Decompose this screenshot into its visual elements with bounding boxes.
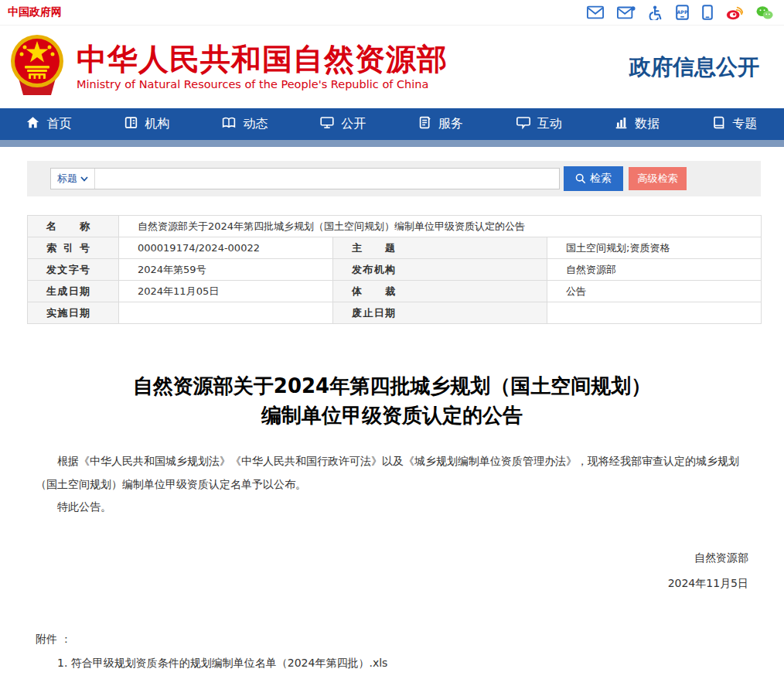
- ministry-logo[interactable]: 中华人民共和国自然资源部 Ministry of Natural Resourc…: [8, 33, 448, 101]
- search-button-label: 检索: [590, 172, 612, 186]
- table-row: 索引号 000019174/2024-00022 主题 国土空间规划;资质资格: [28, 237, 762, 259]
- advanced-search-button[interactable]: 高级检索: [629, 167, 687, 190]
- meta-label-repeal-date: 废止日期: [333, 302, 547, 324]
- search-field-label: 标题: [57, 172, 77, 186]
- meta-label-subject: 主题: [333, 237, 547, 259]
- meta-value-name: 自然资源部关于2024年第四批城乡规划（国土空间规划）编制单位甲级资质认定的公告: [119, 216, 762, 237]
- nav-accent-strip: [0, 140, 784, 147]
- nav-label: 动态: [243, 116, 268, 132]
- nav-label: 互动: [537, 116, 562, 132]
- national-emblem-icon: [8, 33, 66, 101]
- article-paragraph: 根据《中华人民共和国城乡规划法》《中华人民共和国行政许可法》以及《城乡规划编制单…: [36, 450, 748, 496]
- chevron-down-icon: [80, 176, 88, 182]
- topics-icon: [713, 116, 725, 132]
- article-title: 自然资源部关于2024年第四批城乡规划（国土空间规划）编制单位甲级资质认定的公告: [125, 372, 659, 430]
- meta-value-genre: 公告: [547, 281, 762, 302]
- interaction-icon: [516, 116, 530, 132]
- meta-label-name: 名称: [28, 216, 119, 237]
- meta-value-create-date: 2024年11月05日: [119, 281, 333, 302]
- ministry-name-cn: 中华人民共和国自然资源部: [77, 43, 448, 77]
- meta-label-impl-date: 实施日期: [28, 302, 119, 324]
- organization-icon: [124, 116, 138, 132]
- table-row: 发文字号 2024年第59号 发布机构 自然资源部: [28, 259, 762, 281]
- info-disclosure-title[interactable]: 政府信息公开: [629, 53, 759, 82]
- signature-date: 2024年11月5日: [36, 577, 748, 591]
- meta-label-index: 索引号: [28, 237, 119, 259]
- nav-item-data[interactable]: 数据: [588, 108, 687, 140]
- nav-item-home[interactable]: 首页: [0, 108, 98, 140]
- services-icon: [419, 116, 431, 132]
- site-header: 中华人民共和国自然资源部 Ministry of Natural Resourc…: [0, 26, 784, 108]
- search-bar: 标题 检索 高级检索: [27, 161, 761, 196]
- meta-label-genre: 体裁: [333, 281, 547, 302]
- accessibility-icon[interactable]: [649, 5, 663, 20]
- nav-label: 首页: [46, 116, 71, 132]
- nav-label: 数据: [635, 116, 660, 132]
- nav-label: 公开: [341, 116, 366, 132]
- article-paragraph: 特此公告。: [36, 496, 748, 518]
- nav-item-disclosure[interactable]: 公开: [294, 108, 392, 140]
- signature-org: 自然资源部: [36, 551, 748, 565]
- ministry-title: 中华人民共和国自然资源部 Ministry of Natural Resourc…: [77, 43, 448, 91]
- nav-item-topics[interactable]: 专题: [686, 108, 784, 140]
- search-input[interactable]: [95, 169, 559, 189]
- nav-label: 服务: [438, 116, 463, 132]
- nav-item-organization[interactable]: 机构: [98, 108, 196, 140]
- signature-block: 自然资源部 2024年11月5日: [36, 551, 748, 591]
- meta-value-subject: 国土空间规划;资质资格: [547, 237, 762, 259]
- article-body: 根据《中华人民共和国城乡规划法》《中华人民共和国行政许可法》以及《城乡规划编制单…: [36, 450, 748, 518]
- meta-value-repeal-date: [547, 302, 762, 324]
- nav-label: 机构: [145, 116, 169, 132]
- meta-value-publisher: 自然资源部: [547, 259, 762, 281]
- weibo-icon[interactable]: [726, 5, 743, 20]
- document-meta-table: 名称 自然资源部关于2024年第四批城乡规划（国土空间规划）编制单位甲级资质认定…: [27, 215, 762, 324]
- table-row: 名称 自然资源部关于2024年第四批城乡规划（国土空间规划）编制单位甲级资质认定…: [28, 216, 762, 237]
- main-nav: 首页 机构 动态 公开 服务 互动 数据 专题: [0, 108, 784, 140]
- data-icon: [615, 116, 628, 132]
- wechat-icon[interactable]: [756, 5, 773, 20]
- search-combo: 标题: [50, 168, 560, 189]
- home-icon: [26, 116, 39, 132]
- news-icon: [222, 116, 236, 132]
- meta-label-doc-number: 发文字号: [28, 259, 119, 281]
- search-button[interactable]: 检索: [564, 166, 623, 191]
- search-icon: [575, 173, 586, 184]
- nav-item-news[interactable]: 动态: [196, 108, 295, 140]
- mail-subscribe-icon[interactable]: [617, 5, 636, 19]
- nav-item-services[interactable]: 服务: [392, 108, 490, 140]
- meta-label-create-date: 生成日期: [28, 281, 119, 302]
- meta-value-index: 000019174/2024-00022: [119, 237, 333, 259]
- meta-value-doc-number: 2024年第59号: [119, 259, 333, 281]
- nav-label: 专题: [732, 116, 757, 132]
- app-icon[interactable]: APP: [676, 5, 689, 20]
- svg-text:APP: APP: [677, 9, 688, 15]
- ministry-name-en: Ministry of Natural Resources of the Peo…: [77, 78, 448, 90]
- table-row: 实施日期 废止日期: [28, 302, 762, 324]
- gov-portal-link[interactable]: 中国政府网: [8, 5, 62, 19]
- mail-icon[interactable]: [587, 5, 604, 19]
- search-field-select[interactable]: 标题: [51, 169, 95, 189]
- meta-label-publisher: 发布机构: [333, 259, 547, 281]
- attachment-link-1[interactable]: 1. 符合甲级规划资质条件的规划编制单位名单（2024年第四批）.xls: [57, 657, 748, 670]
- meta-value-impl-date: [119, 302, 333, 324]
- nav-item-interaction[interactable]: 互动: [490, 108, 588, 140]
- table-row: 生成日期 2024年11月05日 体裁 公告: [28, 281, 762, 302]
- mobile-icon[interactable]: [702, 5, 713, 20]
- topbar-icon-group: APP: [587, 5, 773, 20]
- disclosure-icon: [320, 116, 334, 132]
- attachments-section: 附件 ： 1. 符合甲级规划资质条件的规划编制单位名单（2024年第四批）.xl…: [36, 633, 748, 679]
- attachments-label: 附件 ：: [36, 633, 748, 647]
- top-utility-bar: 中国政府网 APP: [0, 0, 784, 26]
